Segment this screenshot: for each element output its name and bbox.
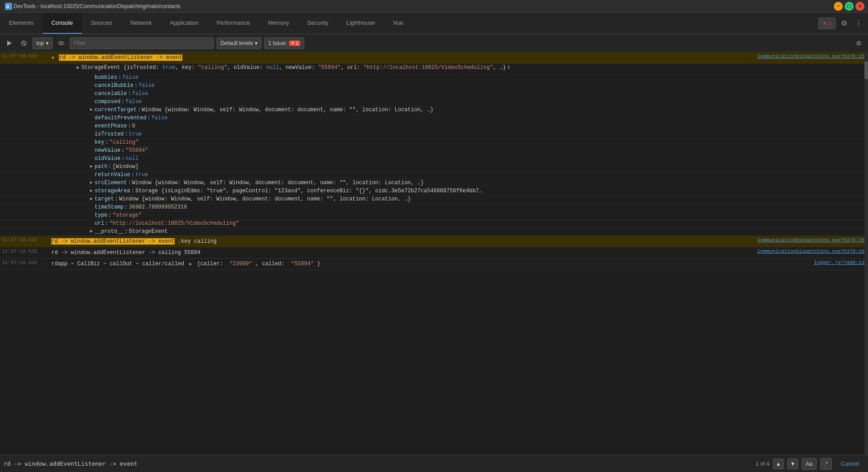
tab-console[interactable]: Console [42, 13, 82, 34]
svg-marker-2 [7, 41, 12, 46]
search-cancel-button[interactable]: Cancel [836, 459, 864, 468]
log-timestamp: 11:57:16.632 [0, 259, 50, 266]
error-badge[interactable]: ✕ 1 [818, 18, 836, 29]
prop-line-expandable[interactable]: ▶ __proto__: StorageEvent [0, 228, 868, 236]
log-content: ▶ rd -> window.addEventListener -> event [50, 53, 754, 63]
object-type: StorageEvent [81, 64, 120, 71]
expand-arrow[interactable]: ▶ [90, 228, 93, 234]
tab-performance[interactable]: Performance [208, 13, 259, 34]
prop-line-expandable[interactable]: ▶ storageArea: Storage {isLoginEdms: "tr… [0, 187, 868, 195]
search-result-count: 1 of 4 [756, 461, 769, 467]
expand-arrow[interactable]: ▶ [90, 188, 93, 193]
filter-input[interactable] [70, 37, 214, 49]
tab-elements[interactable]: Elements [0, 13, 42, 34]
expand-arrow[interactable]: ▶ [90, 180, 93, 185]
title-bar: D DevTools - localhost:10025/Communicati… [0, 0, 868, 13]
expand-arrow[interactable]: ▶ [77, 64, 80, 70]
prop-line: cancelable: false [0, 90, 868, 98]
svg-line-4 [23, 42, 25, 45]
execute-button[interactable] [4, 37, 15, 49]
tab-application[interactable]: Application [161, 13, 208, 34]
log-timestamp: 11:57:16.631 [0, 53, 50, 60]
close-button[interactable]: × [855, 2, 864, 11]
prop-line-expandable[interactable]: ▶ currentTarget: Window {window: Window,… [0, 106, 868, 114]
info-icon[interactable]: ℹ [508, 64, 510, 70]
tab-lighthouse[interactable]: Lighthouse [337, 13, 384, 34]
tab-vue[interactable]: Vue [384, 13, 412, 34]
console-output: 11:57:16.631 ▶ rd -> window.addEventList… [0, 52, 868, 455]
console-settings-button[interactable]: ⚙ [853, 37, 864, 49]
log-entry: 11:57:16.632 rdapp ~ CallBiz ~ callOut ~… [0, 259, 868, 270]
log-source-link[interactable]: logger.js?7a98:13 [778, 259, 868, 266]
prop-line: isTrusted: true [0, 131, 868, 139]
title-bar-text: DevTools - localhost:10025/Communication… [14, 3, 181, 9]
clear-button[interactable] [18, 37, 30, 49]
log-source-link[interactable]: CommunicationDispatching.vue?5370:25 [754, 53, 868, 60]
case-sensitive-button[interactable]: Aa [802, 458, 817, 470]
prop-line-expandable[interactable]: ▶ srcElement: Window {window: Window, se… [0, 179, 868, 187]
log-source-link[interactable]: CommunicationDispatching.vue?5370:28 [754, 248, 868, 255]
prop-line-expandable[interactable]: ▶ target: Window {window: Window, self: … [0, 195, 868, 204]
expand-arrow[interactable]: ▶ [90, 196, 93, 201]
eye-button[interactable] [55, 37, 67, 49]
prop-line: newValue: "55894" [0, 147, 868, 155]
object-summary-line: ▶ StorageEvent {isTrusted: true , key: "… [0, 64, 868, 74]
prop-line: bubbles: false [0, 74, 868, 82]
expand-arrow[interactable]: ▶ [90, 163, 93, 169]
log-content: rd -> window.addEventListener -> calling… [50, 248, 754, 258]
log-level-selector[interactable]: Default levels ▾ [217, 37, 262, 49]
scrollbar[interactable] [864, 52, 868, 455]
console-toolbar: top ▾ Default levels ▾ 1 Issue: ✕ 1 ⚙ [0, 34, 868, 52]
tab-sources[interactable]: Sources [82, 13, 122, 34]
prop-line: composed: false [0, 98, 868, 106]
tab-memory[interactable]: Memory [259, 13, 298, 34]
search-next-button[interactable]: ▼ [787, 458, 798, 469]
highlighted-text: rd -> window.addEventListener -> event [59, 54, 182, 61]
tab-network[interactable]: Network [122, 13, 161, 34]
prop-line: url: "http://localhost:10025/VideoSchedu… [0, 220, 868, 228]
search-query-text: rd -> window.addEventListener -> event [4, 460, 752, 467]
more-button[interactable]: ⋮ [853, 18, 864, 29]
log-entry: 11:57:16.632 rd -> window.addEventListen… [0, 247, 868, 259]
svg-text:D: D [6, 4, 9, 9]
settings-button[interactable]: ⚙ [838, 18, 850, 29]
maximize-button[interactable]: □ [845, 2, 854, 11]
log-content: rd -> window.addEventListener -> event .… [50, 236, 754, 246]
window-controls: − □ × [834, 2, 864, 11]
prop-line: cancelBubble: false [0, 82, 868, 90]
prop-line: defaultPrevented: false [0, 114, 868, 123]
error-count-badge: ✕ 1 [289, 41, 300, 46]
issues-button[interactable]: 1 Issue: ✕ 1 [264, 37, 304, 49]
minimize-button[interactable]: − [834, 2, 843, 11]
log-timestamp: 11:57:16.632 [0, 236, 50, 244]
context-selector[interactable]: top ▾ [32, 37, 53, 49]
prop-line: timeStamp: 36982.799999952316 [0, 204, 868, 212]
chevron-down-icon: ▾ [255, 40, 258, 46]
log-source-link[interactable]: CommunicationDispatching.vue?5370:26 [754, 236, 868, 244]
expand-arrow[interactable]: ▶ [90, 107, 93, 112]
regex-button[interactable]: .* [820, 458, 832, 470]
chevron-down-icon: ▾ [46, 40, 49, 46]
highlighted-text: rd -> window.addEventListener -> event [51, 238, 175, 245]
tab-bar: Elements Console Sources Network Applica… [0, 13, 868, 34]
prop-line: eventPhase: 0 [0, 123, 868, 131]
log-content: rdapp ~ CallBiz ~ callOut ~ caller/calle… [50, 259, 778, 269]
log-entry: 11:57:16.632 rd -> window.addEventListen… [0, 236, 868, 247]
prop-line-expandable[interactable]: ▶ path: [Window] [0, 163, 868, 171]
devtools-icon: D [4, 1, 14, 11]
search-prev-button[interactable]: ▲ [773, 458, 784, 469]
prop-line: key: "calling" [0, 139, 868, 147]
search-bar: rd -> window.addEventListener -> event 1… [0, 455, 868, 472]
tab-security[interactable]: Security [298, 13, 337, 34]
log-entry: 11:57:16.631 ▶ rd -> window.addEventList… [0, 52, 868, 64]
expand-arrow[interactable]: ▶ [189, 260, 192, 268]
log-timestamp: 11:57:16.632 [0, 248, 50, 255]
prop-line: type: "storage" [0, 212, 868, 220]
prop-line: returnValue: true [0, 171, 868, 179]
expand-arrow[interactable]: ▶ [49, 57, 57, 59]
prop-line: oldValue: null [0, 155, 868, 163]
svg-point-6 [60, 42, 62, 44]
